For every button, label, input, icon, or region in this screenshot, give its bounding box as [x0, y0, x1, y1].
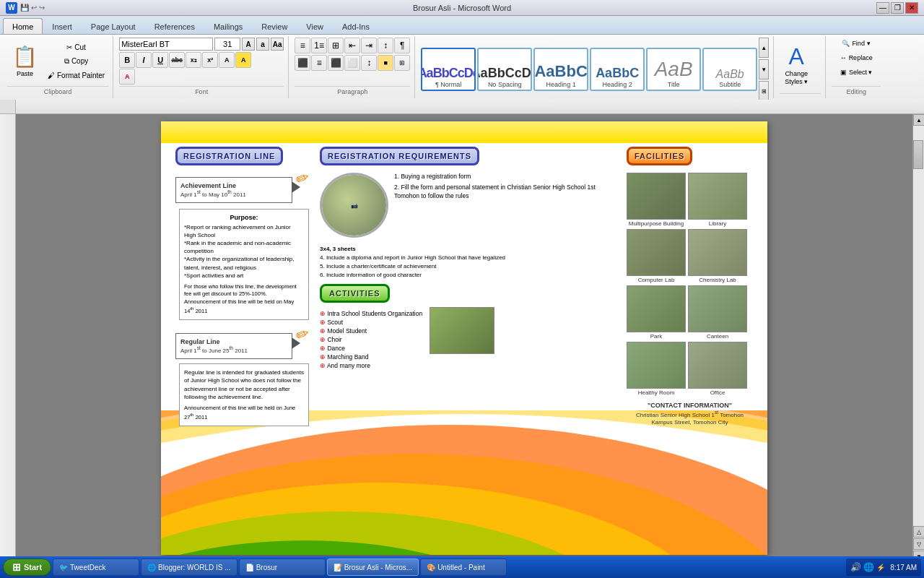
- paste-button[interactable]: 📋 Paste: [7, 41, 43, 82]
- font-color-button[interactable]: A: [119, 69, 135, 85]
- font-size-increase[interactable]: A: [242, 38, 255, 51]
- scroll-track[interactable]: [913, 126, 924, 526]
- copy-button[interactable]: ⧉ Copy: [44, 55, 108, 68]
- font-size-input[interactable]: [214, 38, 240, 51]
- format-painter-button[interactable]: 🖌 Format Painter: [44, 69, 108, 82]
- title-bar-left: W 💾 ↩ ↪: [6, 2, 45, 14]
- font-size-decrease[interactable]: a: [256, 38, 269, 51]
- line-spacing-button[interactable]: ↕: [361, 55, 377, 71]
- purpose-item-4: *Sport activities and art: [184, 272, 304, 280]
- activity-4: Choir: [320, 336, 422, 343]
- italic-button[interactable]: I: [136, 52, 152, 68]
- cut-button[interactable]: ✂ Cut: [44, 41, 108, 53]
- ruler-corner: [0, 100, 16, 114]
- paragraph-label: Paragraph: [295, 86, 410, 97]
- healthy-room-img: [627, 342, 686, 389]
- scroll-up-btn[interactable]: ▲: [913, 114, 924, 126]
- select-button[interactable]: ▣ Select ▾: [837, 66, 876, 78]
- req-item-4: 4. Include a diploma and report in Junio…: [320, 254, 616, 262]
- tab-addins[interactable]: Add-Ins: [333, 18, 379, 34]
- tab-review[interactable]: Review: [252, 18, 297, 34]
- normal-preview: AaBbCcDc: [421, 66, 476, 81]
- taskbar-blogger[interactable]: 🌐 Blogger: WORLD IS ...: [141, 558, 237, 576]
- strikethrough-button[interactable]: abc: [169, 52, 185, 68]
- subscript-button[interactable]: x₂: [186, 52, 201, 68]
- show-marks-button[interactable]: ¶: [394, 38, 410, 53]
- scroll-page-up-btn[interactable]: △: [913, 526, 924, 538]
- numbering-button[interactable]: 1≡: [311, 38, 327, 53]
- multipurpose-label: Multipurpose Building: [629, 220, 684, 227]
- borders-button[interactable]: ⊞: [394, 55, 410, 71]
- text-highlight-button[interactable]: A: [235, 52, 251, 68]
- align-right-button[interactable]: ⬛: [328, 55, 344, 71]
- style-heading2[interactable]: AaBbC Heading 2: [590, 48, 645, 91]
- tab-references[interactable]: References: [145, 18, 204, 34]
- style-subtitle[interactable]: AaBb Subtitle: [702, 48, 757, 91]
- superscript-button[interactable]: x²: [202, 52, 218, 68]
- styles-expand-btn[interactable]: ⊞: [759, 81, 769, 101]
- font-name-row: A a Aa: [119, 38, 284, 51]
- find-icon: 🔍: [842, 40, 850, 47]
- find-button[interactable]: 🔍 Find ▾: [838, 38, 874, 49]
- facility-canteen: Canteen: [688, 285, 747, 340]
- req-item-6: 6. Include information of good character: [320, 271, 616, 280]
- sort-button[interactable]: ↕: [378, 38, 393, 53]
- editing-content: 🔍 Find ▾ ↔ Replace ▣ Select ▾: [832, 38, 881, 85]
- purpose-items: *Report or ranking achievement on Junior…: [184, 223, 304, 280]
- align-left-button[interactable]: ⬛: [295, 55, 310, 71]
- clear-format-btn[interactable]: Aa: [271, 38, 284, 51]
- quick-access[interactable]: 💾 ↩ ↪: [20, 4, 45, 12]
- scroll-thumb[interactable]: [913, 140, 923, 169]
- vertical-scrollbar[interactable]: ▲ △ ▽ ▼: [912, 114, 924, 562]
- scroll-page-down-btn[interactable]: ▽: [913, 538, 924, 550]
- taskbar-paint[interactable]: 🎨 Untitled - Paint: [420, 558, 507, 576]
- style-heading1[interactable]: AaBbC Heading 1: [533, 48, 588, 91]
- text-effects-button[interactable]: A: [219, 52, 235, 68]
- underline-button[interactable]: U: [152, 52, 168, 68]
- park-img: [627, 285, 686, 332]
- minimize-btn[interactable]: —: [876, 2, 889, 14]
- decrease-indent-button[interactable]: ⇤: [344, 38, 360, 53]
- styles-scroll-up[interactable]: ▲: [759, 38, 769, 58]
- tab-home[interactable]: Home: [3, 18, 43, 34]
- multilevel-button[interactable]: ⊞: [328, 38, 344, 53]
- normal-label: ¶ Normal: [435, 81, 461, 88]
- contact-line1: Christian Senior High School 1st Tomohon: [627, 409, 753, 419]
- taskbar-brosur-asli[interactable]: 📝 Brosur Asli - Micros...: [327, 558, 419, 576]
- tab-view[interactable]: View: [297, 18, 333, 34]
- bullets-button[interactable]: ≡: [295, 38, 310, 53]
- close-btn[interactable]: ✕: [905, 2, 918, 14]
- canteen-label: Canteen: [707, 333, 728, 340]
- purpose-item-1: *Report or ranking achievement on Junior…: [184, 223, 304, 239]
- style-no-spacing[interactable]: AaBbCcDc No Spacing: [477, 48, 532, 91]
- window-controls[interactable]: — ❐ ✕: [876, 2, 918, 14]
- taskbar-right: 🔊 🌐 ⚡ 8:17 AM: [846, 558, 921, 576]
- req-more: 3x4, 3 sheets 4. Include a diploma and r…: [320, 245, 616, 280]
- left-column: Achievement Line April 1st to May 10th 2…: [175, 173, 309, 426]
- justify-button[interactable]: ⬜: [344, 55, 360, 71]
- regular-section: Regular Line April 1st to June 25th 2011…: [175, 329, 309, 359]
- increase-indent-button[interactable]: ⇥: [361, 38, 377, 53]
- font-name-input[interactable]: [119, 38, 213, 51]
- title-label: Title: [668, 81, 680, 88]
- clock: 8:17 AM: [890, 564, 917, 571]
- tab-mailings[interactable]: Mailings: [204, 18, 252, 34]
- document-scroll[interactable]: REGISTRATION LINE REGISTRATION REQUIREME…: [16, 114, 912, 562]
- styles-scroll-down[interactable]: ▼: [759, 59, 769, 79]
- bold-button[interactable]: B: [119, 52, 135, 68]
- change-styles-button[interactable]: A ChangeStyles ▾: [780, 40, 813, 90]
- restore-btn[interactable]: ❐: [891, 2, 904, 14]
- regular-announcement: Announcement of this line will be held o…: [184, 405, 304, 422]
- taskbar-brosur[interactable]: 📄 Brosur: [239, 558, 326, 576]
- style-normal[interactable]: AaBbCcDc ¶ Normal: [421, 48, 476, 91]
- align-center-button[interactable]: ≡: [311, 55, 327, 71]
- style-title[interactable]: AaB Title: [646, 48, 701, 91]
- tab-insert[interactable]: Insert: [43, 18, 82, 34]
- replace-button[interactable]: ↔ Replace: [837, 52, 876, 64]
- shading-button[interactable]: ■: [378, 55, 393, 71]
- start-button[interactable]: ⊞ Start: [3, 558, 51, 576]
- styles-group: AaBbCcDc ¶ Normal AaBbCcDc No Spacing Aa…: [417, 36, 774, 98]
- tab-page-layout[interactable]: Page Layout: [82, 18, 145, 34]
- select-icon: ▣: [840, 69, 847, 76]
- taskbar-tweetdeck[interactable]: 🐦 TweetDeck: [53, 558, 139, 576]
